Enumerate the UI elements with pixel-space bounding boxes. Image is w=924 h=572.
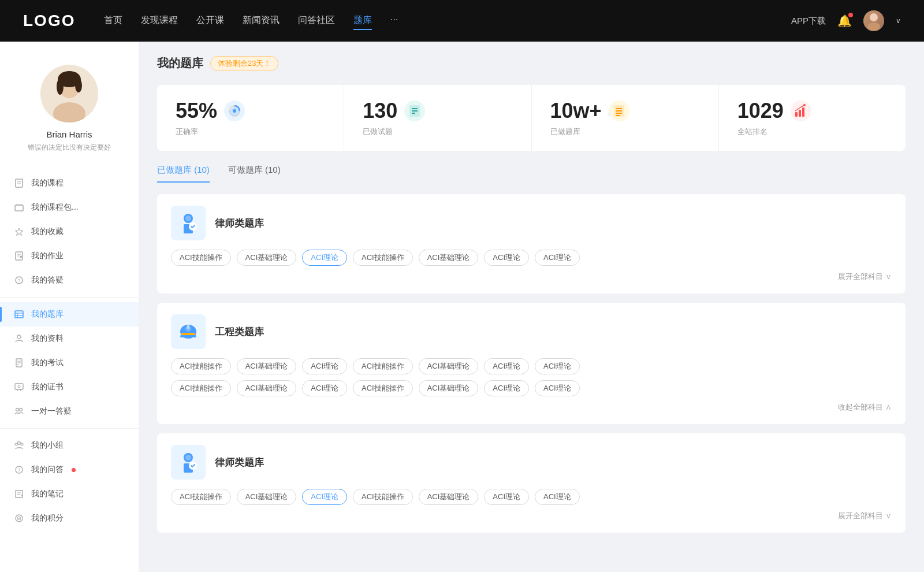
user-dropdown-arrow[interactable]: ∨: [896, 17, 901, 25]
nav-open-course[interactable]: 公开课: [196, 12, 224, 30]
sidebar-item-cert[interactable]: 我的证书: [0, 375, 139, 399]
homework-icon: [14, 251, 24, 261]
page-header: 我的题库 体验剩余23天！: [157, 55, 906, 71]
profile-motto: 错误的决定比没有决定要好: [28, 143, 111, 153]
tag-1-6[interactable]: ACI理论: [535, 358, 580, 374]
tag-1-1[interactable]: ACI基础理论: [237, 358, 297, 374]
topnav: LOGO 首页 发现课程 公开课 新闻资讯 问答社区 题库 ··· APP下载 …: [0, 0, 924, 42]
tag-0-3[interactable]: ACI技能操作: [353, 250, 413, 266]
tag-1-12[interactable]: ACI理论: [484, 380, 529, 396]
tag-1-11[interactable]: ACI基础理论: [419, 380, 479, 396]
stat-value-done: 130: [363, 99, 397, 123]
svg-point-37: [15, 443, 17, 445]
bell-dot: [848, 13, 853, 17]
qbank-icon-lawyer-0: [171, 206, 206, 240]
sidebar-item-course[interactable]: 我的课程: [0, 171, 139, 195]
tag-1-9[interactable]: ACI理论: [302, 380, 347, 396]
expand-link-0[interactable]: 展开全部科目 ∨: [838, 272, 892, 282]
svg-point-31: [18, 385, 20, 388]
page-title: 我的题库: [157, 55, 203, 71]
nav-discover[interactable]: 发现课程: [141, 12, 178, 30]
divider-2: [0, 428, 139, 429]
sidebar-item-points[interactable]: 我的积分: [0, 506, 139, 530]
tag-1-13[interactable]: ACI理论: [535, 380, 580, 396]
qbank-title-1: 工程类题库: [215, 325, 264, 339]
stat-label-accuracy: 正确率: [176, 127, 325, 137]
tag-2-6[interactable]: ACI理论: [535, 489, 580, 505]
user-avatar[interactable]: [863, 10, 884, 31]
stat-done-banks: 10w+ 已做题库: [532, 85, 719, 151]
sidebar-label-course: 我的课程: [31, 178, 64, 188]
tag-2-0[interactable]: ACI技能操作: [171, 489, 231, 505]
tag-1-5[interactable]: ACI理论: [484, 358, 529, 374]
svg-text:?: ?: [17, 467, 20, 473]
qbank-tags-1b: ACI技能操作 ACI基础理论 ACI理论 ACI技能操作 ACI基础理论 AC…: [171, 380, 892, 396]
tag-0-4[interactable]: ACI基础理论: [419, 250, 479, 266]
tag-1-2[interactable]: ACI理论: [302, 358, 347, 374]
my-qa-icon: ?: [14, 465, 24, 475]
tag-2-1[interactable]: ACI基础理论: [237, 489, 297, 505]
favorites-icon: [14, 226, 24, 237]
stat-top-banks: 10w+: [550, 99, 700, 123]
stat-ranking: 1029 全站排名: [719, 85, 906, 151]
sidebar-label-qa: 我的答疑: [31, 275, 64, 285]
sidebar-item-homework[interactable]: 我的作业: [0, 244, 139, 268]
tag-1-7[interactable]: ACI技能操作: [171, 380, 231, 396]
tag-2-5[interactable]: ACI理论: [484, 489, 529, 505]
tag-2-2[interactable]: ACI理论: [302, 489, 347, 505]
sidebar-item-group[interactable]: 我的小组: [0, 433, 139, 458]
app-download[interactable]: APP下载: [791, 16, 826, 27]
tag-1-10[interactable]: ACI技能操作: [353, 380, 413, 396]
nav-qbank[interactable]: 题库: [353, 12, 372, 30]
tag-1-3[interactable]: ACI技能操作: [353, 358, 413, 374]
1on1-icon: [14, 406, 24, 417]
sidebar-item-exam[interactable]: 我的考试: [0, 351, 139, 375]
stat-value-ranking: 1029: [737, 99, 784, 123]
accuracy-icon: [224, 101, 245, 121]
qbank-card-2: 律师类题库 ACI技能操作 ACI基础理论 ACI理论 ACI技能操作 ACI基…: [157, 433, 906, 533]
content-area: 我的题库 体验剩余23天！ 55% 正确: [139, 42, 924, 572]
qbank-list: 律师类题库 ACI技能操作 ACI基础理论 ACI理论 ACI技能操作 ACI基…: [157, 194, 906, 533]
tab-todo[interactable]: 可做题库 (10): [228, 165, 281, 183]
nav-qa[interactable]: 问答社区: [298, 12, 335, 30]
stat-value-accuracy: 55%: [176, 99, 217, 123]
tag-0-2[interactable]: ACI理论: [302, 250, 347, 266]
qbank-tags-1: ACI技能操作 ACI基础理论 ACI理论 ACI技能操作 ACI基础理论 AC…: [171, 358, 892, 374]
sidebar-item-profile[interactable]: 我的资料: [0, 326, 139, 351]
sidebar-label-1on1: 一对一答疑: [31, 406, 72, 417]
trial-badge: 体验剩余23天！: [210, 56, 278, 71]
tag-1-8[interactable]: ACI基础理论: [237, 380, 297, 396]
tag-0-1[interactable]: ACI基础理论: [237, 250, 297, 266]
svg-text:?: ?: [17, 278, 20, 284]
sidebar-menu: 我的课程 我的课程包... 我的收藏 我的作业: [0, 166, 139, 535]
sidebar-item-course-pkg[interactable]: 我的课程包...: [0, 195, 139, 220]
sidebar-item-1on1[interactable]: 一对一答疑: [0, 399, 139, 424]
topnav-menu: 首页 发现课程 公开课 新闻资讯 问答社区 题库 ···: [104, 12, 768, 30]
tag-0-0[interactable]: ACI技能操作: [171, 250, 231, 266]
divider-1: [0, 297, 139, 298]
nav-more[interactable]: ···: [390, 12, 398, 30]
profile-avatar: [40, 65, 98, 122]
sidebar-item-my-qa[interactable]: ? 我的问答: [0, 458, 139, 482]
svg-rect-69: [187, 325, 189, 329]
notification-bell[interactable]: 🔔: [837, 14, 852, 28]
nav-news[interactable]: 新闻资讯: [243, 12, 280, 30]
sidebar-item-qbank[interactable]: 我的题库: [0, 302, 139, 326]
qbank-footer-2: 展开全部科目 ∨: [171, 511, 892, 521]
tag-2-3[interactable]: ACI技能操作: [353, 489, 413, 505]
sidebar-item-qa[interactable]: ? 我的答疑: [0, 268, 139, 292]
sidebar-item-favorites[interactable]: 我的收藏: [0, 220, 139, 244]
svg-point-38: [21, 443, 23, 445]
nav-home[interactable]: 首页: [104, 12, 122, 30]
group-icon: [14, 440, 24, 451]
tag-1-0[interactable]: ACI技能操作: [171, 358, 231, 374]
expand-link-2[interactable]: 展开全部科目 ∨: [838, 511, 892, 521]
tag-0-5[interactable]: ACI理论: [484, 250, 529, 266]
cert-icon: [14, 382, 24, 392]
tag-1-4[interactable]: ACI基础理论: [419, 358, 479, 374]
sidebar-item-notes[interactable]: 我的笔记: [0, 482, 139, 506]
tag-0-6[interactable]: ACI理论: [535, 250, 580, 266]
tag-2-4[interactable]: ACI基础理论: [419, 489, 479, 505]
collapse-link-1[interactable]: 收起全部科目 ∧: [838, 402, 892, 413]
tab-done[interactable]: 已做题库 (10): [157, 165, 210, 183]
